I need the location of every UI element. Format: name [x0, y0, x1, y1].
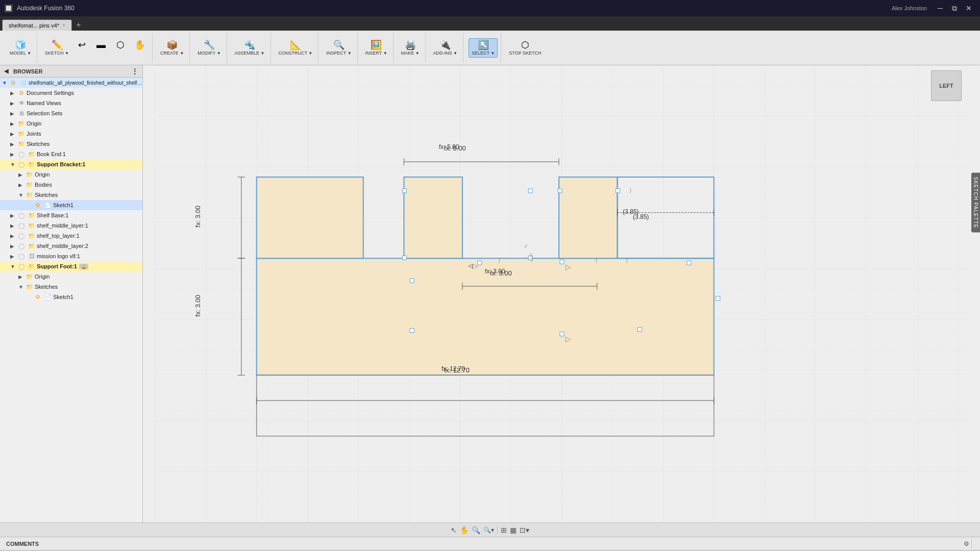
- tree-item-mission-logo[interactable]: ▶ ◯ 🖼 mission logo v8:1: [0, 251, 142, 261]
- tree-item-doc-settings[interactable]: ▶ ⚙ Document Settings: [0, 88, 142, 98]
- tree-label-bodies: Bodies: [35, 182, 52, 188]
- tree-item-sketch1[interactable]: ⚙ 📄 Sketch1: [0, 200, 142, 210]
- move-button[interactable]: ✋: [131, 39, 149, 57]
- viewcube[interactable]: LEFT: [931, 70, 962, 101]
- cursor-button[interactable]: ↖: [451, 526, 457, 534]
- folder-icon-bodies: 📁: [26, 181, 34, 189]
- tree-arrow-mission-logo[interactable]: ▶: [10, 254, 16, 259]
- tree-arrow-shelf-middle1[interactable]: ▶: [10, 223, 16, 229]
- inspect-button[interactable]: 🔍 INSPECT ▼: [324, 39, 354, 57]
- folder-icon-origin-child: 📁: [26, 170, 34, 179]
- tab-main[interactable]: shelfomat... pins v4* ×: [2, 19, 72, 31]
- addins-button[interactable]: 🔌 ADD-INS ▼: [431, 39, 460, 57]
- tree-arrow-selection-sets[interactable]: ▶: [10, 111, 16, 116]
- browser-options-icon[interactable]: ⋮: [131, 67, 138, 76]
- tab-close-icon[interactable]: ×: [62, 22, 65, 28]
- comments-options-button[interactable]: ⚙: [964, 540, 969, 547]
- folder-icon-shelf-base: 📁: [28, 211, 36, 219]
- svg-rect-30: [558, 189, 562, 193]
- modify-button[interactable]: 🔧 MODIFY ▼: [195, 39, 223, 57]
- tree-item-shelf-base[interactable]: ▶ ◯ 📁 Shelf Base:1: [0, 210, 142, 220]
- circle-button[interactable]: ⬡: [111, 39, 130, 57]
- tree-arrow-origin[interactable]: ▶: [10, 121, 16, 127]
- zoom-button[interactable]: 🔍: [472, 526, 480, 534]
- tree-arrow-doc[interactable]: ▶: [10, 90, 16, 96]
- line-button[interactable]: ▬: [92, 39, 110, 57]
- tree-label-named-views: Named Views: [27, 100, 61, 106]
- main-area: ◀ BROWSER ⋮ ▼ ⚙ □ shelfomatic_all_plywoo…: [0, 65, 980, 522]
- tree-label-sketches: Sketches: [27, 141, 50, 147]
- tree-item-origin[interactable]: ▶ 📁 Origin: [0, 118, 142, 129]
- stop-sketch-button[interactable]: ⬡ STOP SKETCH: [506, 39, 544, 57]
- undo-button[interactable]: ↩: [72, 39, 91, 57]
- restore-button[interactable]: ⧉: [947, 3, 962, 14]
- tree-item-selection-sets[interactable]: ▶ ⊞ Selection Sets: [0, 108, 142, 118]
- select-button[interactable]: ↖️ SELECT ▼: [469, 38, 498, 58]
- minimize-button[interactable]: ─: [933, 3, 947, 14]
- sketch-pencil-icon: ✏️: [52, 40, 63, 49]
- tab-label: shelfomat... pins v4*: [9, 22, 59, 29]
- tree-arrow-sketches-bracket[interactable]: ▼: [18, 192, 24, 198]
- tree-arrow-joints[interactable]: ▶: [10, 131, 16, 137]
- sketch-palette-tab[interactable]: SKETCH PALETTE: [971, 172, 980, 232]
- make-button[interactable]: 🖨️ MAKE ▼: [399, 39, 422, 57]
- tree-item-support-bracket[interactable]: ▼ ◯ 📁 Support Bracket:1: [0, 159, 142, 169]
- component-vis-shelf-middle1: ◯: [17, 221, 26, 230]
- create-icon: 📦: [166, 40, 178, 49]
- sketch-doc-icon1: 📄: [44, 201, 52, 209]
- tree-item-bodies[interactable]: ▶ 📁 Bodies: [0, 180, 142, 190]
- create-button[interactable]: 📦 CREATE ▼: [158, 39, 186, 57]
- tree-item-book-end[interactable]: ▶ ◯ 📁 Book End:1: [0, 149, 142, 159]
- tree-arrow-bodies[interactable]: ▶: [18, 182, 24, 188]
- object-snap-button[interactable]: ⊡▾: [520, 526, 529, 534]
- tree-item-joints[interactable]: ▶ 📁 Joints: [0, 129, 142, 139]
- tree-item-shelf-top[interactable]: ▶ ◯ 📁 shelf_top_layer:1: [0, 231, 142, 241]
- sketch-button[interactable]: ✏️ SKETCH ▼: [42, 39, 71, 57]
- comments-divider: [971, 540, 972, 548]
- tree-arrow-support-foot[interactable]: ▼: [10, 264, 16, 269]
- tree-item-sketches[interactable]: ▶ 📁 Sketches: [0, 139, 142, 149]
- tree-item-named-views[interactable]: ▶ 👁 Named Views: [0, 98, 142, 108]
- tree-item-shelf-middle1[interactable]: ▶ ◯ 📁 shelf_middle_layer:1: [0, 220, 142, 231]
- browser-collapse-icon[interactable]: ◀: [4, 68, 8, 74]
- toolbar-group-select: ↖️ SELECT ▼: [465, 33, 501, 63]
- locked-icon: 🔒: [79, 264, 88, 269]
- viewcube-left[interactable]: LEFT: [931, 70, 962, 101]
- tree-item-sketches-bracket[interactable]: ▼ 📁 Sketches: [0, 190, 142, 200]
- tree-arrow-shelf-top[interactable]: ▶: [10, 233, 16, 239]
- root-icon: ⚙: [9, 79, 17, 87]
- insert-button[interactable]: 🖼️ INSERT ▼: [363, 39, 390, 57]
- model-button[interactable]: 🧊 MODEL ▼: [7, 39, 34, 57]
- canvas-area[interactable]: LEFT: [143, 65, 980, 522]
- grid-button[interactable]: ⊞: [501, 526, 507, 534]
- tree-label-mission-logo: mission logo v8:1: [37, 253, 80, 259]
- svg-rect-5: [559, 177, 617, 258]
- tree-arrow-origin-foot[interactable]: ▶: [18, 274, 24, 280]
- tab-add-button[interactable]: +: [73, 19, 84, 31]
- pan-button[interactable]: ✋: [460, 526, 469, 534]
- display-button[interactable]: ▦: [510, 526, 517, 534]
- construct-button[interactable]: 📐 CONSTRUCT ▼: [276, 39, 315, 57]
- tree-item-support-foot[interactable]: ▼ ◯ 📁 Support Foot:1 🔒: [0, 261, 142, 271]
- tree-arrow-root[interactable]: ▼: [2, 80, 8, 86]
- tree-item-origin-foot[interactable]: ▶ 📁 Origin: [0, 271, 142, 282]
- tree-item-shelf-middle2[interactable]: ▶ ◯ 📁 shelf_middle_layer:2: [0, 241, 142, 251]
- tree-arrow-book-end[interactable]: ▶: [10, 152, 16, 157]
- model-icon: 🧊: [15, 40, 26, 49]
- tree-arrow-named-views[interactable]: ▶: [10, 101, 16, 106]
- tree-arrow-origin-child[interactable]: ▶: [18, 172, 24, 178]
- svg-rect-3: [257, 177, 363, 258]
- tree-arrow-sketches-foot[interactable]: ▼: [18, 284, 24, 290]
- assemble-button[interactable]: 🔩 ASSEMBLE ▼: [232, 39, 267, 57]
- tree-item-sketches-foot[interactable]: ▼ 📁 Sketches: [0, 282, 142, 292]
- tree-arrow-sketches[interactable]: ▶: [10, 141, 16, 147]
- tree-item-sketch2[interactable]: ⚙ 📄 Sketch1: [0, 292, 142, 302]
- tree-arrow-support-bracket[interactable]: ▼: [10, 162, 16, 167]
- close-button[interactable]: ✕: [962, 3, 976, 14]
- user-name: Alex Johnston: [892, 5, 927, 11]
- zoom-options-button[interactable]: 🔍▾: [483, 527, 494, 534]
- tree-item-origin-child[interactable]: ▶ 📁 Origin: [0, 169, 142, 180]
- tree-arrow-shelf-base[interactable]: ▶: [10, 213, 16, 218]
- tree-arrow-shelf-middle2[interactable]: ▶: [10, 243, 16, 249]
- tree-item-root[interactable]: ▼ ⚙ □ shelfomatic_all_plywood_finished_w…: [0, 78, 142, 88]
